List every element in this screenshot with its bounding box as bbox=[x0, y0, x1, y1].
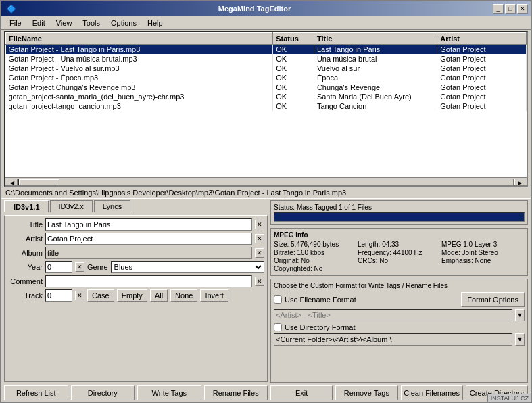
cell-title: Tango Cancion bbox=[314, 101, 437, 111]
tab-lyrics[interactable]: Lyrics bbox=[94, 200, 130, 212]
col-header-artist: Artist bbox=[437, 33, 527, 45]
comment-clear-button[interactable]: ✕ bbox=[255, 277, 264, 286]
progress-fill bbox=[274, 213, 524, 221]
main-window: 🔷 MegaMind TagEditor _ □ ✕ File Edit Vie… bbox=[0, 0, 532, 403]
horizontal-scrollbar[interactable]: ◀ ▶ bbox=[5, 177, 527, 187]
all-button[interactable]: All bbox=[150, 289, 168, 302]
artist-input[interactable] bbox=[45, 233, 252, 245]
album-clear-button[interactable]: ✕ bbox=[255, 248, 264, 258]
close-button[interactable]: ✕ bbox=[517, 4, 528, 14]
menu-options[interactable]: Options bbox=[105, 18, 142, 28]
use-directory-checkbox[interactable] bbox=[274, 323, 282, 331]
cell-title: Vuelvo al sur bbox=[314, 64, 437, 73]
cell-status: OK bbox=[273, 54, 314, 64]
title-row: Title ✕ bbox=[7, 218, 264, 231]
case-button[interactable]: Case bbox=[87, 289, 114, 302]
mpeg-crcs: CRCs: No bbox=[358, 257, 441, 264]
table-row[interactable]: Gotan Project - Vuelvo al sur.mp3 OK Vue… bbox=[6, 64, 527, 73]
format-options-button[interactable]: Format Options bbox=[461, 292, 525, 307]
artist-label: Artist bbox=[7, 235, 43, 243]
col-header-filename: FileName bbox=[6, 33, 273, 45]
title-input[interactable] bbox=[45, 218, 252, 231]
title-clear-button[interactable]: ✕ bbox=[255, 220, 264, 229]
bottom-action-buttons: Refresh List Directory Write Tags Rename… bbox=[4, 383, 268, 400]
directory-format-row: Use Directory Format bbox=[274, 323, 525, 331]
scroll-left-button[interactable]: ◀ bbox=[7, 179, 18, 187]
year-input[interactable] bbox=[45, 261, 72, 273]
exit-button[interactable]: Exit bbox=[270, 385, 333, 400]
mpeg-bitrate: Bitrate: 160 kbps bbox=[274, 249, 357, 256]
col-header-title: Title bbox=[314, 33, 437, 45]
cell-artist: Gotan Project bbox=[437, 54, 527, 64]
cell-artist: Gotan Project bbox=[437, 64, 527, 73]
scroll-right-button[interactable]: ▶ bbox=[514, 179, 525, 187]
rename-files-button[interactable]: Rename Files bbox=[204, 385, 268, 400]
cell-filename: Gotan Project - Una música brutal.mp3 bbox=[6, 54, 273, 64]
comment-row: Comment ✕ bbox=[7, 275, 264, 287]
directory-path-dropdown-button[interactable]: ▼ bbox=[515, 333, 525, 346]
scroll-thumb[interactable] bbox=[19, 179, 59, 187]
track-clear-button[interactable]: ✕ bbox=[75, 291, 84, 300]
write-tags-button[interactable]: Write Tags bbox=[137, 385, 201, 400]
cell-status: OK bbox=[273, 45, 314, 55]
clean-filenames-button[interactable]: Clean Filenames bbox=[401, 385, 463, 400]
table-row[interactable]: Gotan Project.Chunga's Revenge.mp3 OK Ch… bbox=[6, 82, 527, 92]
year-clear-button[interactable]: ✕ bbox=[75, 262, 84, 272]
none-button[interactable]: None bbox=[170, 289, 197, 302]
instaluj-watermark: INSTALUJ.CZ bbox=[487, 394, 532, 403]
use-directory-label: Use Directory Format bbox=[285, 323, 356, 331]
directory-button[interactable]: Directory bbox=[71, 385, 135, 400]
track-row: Track ✕ Case Empty All None Invert bbox=[7, 289, 264, 302]
cell-title: Una música brutal bbox=[314, 54, 437, 64]
table-row[interactable]: gotan_project-santa_maria_(del_buen_ayre… bbox=[6, 92, 527, 101]
table-row[interactable]: gotan_project-tango_cancion.mp3 OK Tango… bbox=[6, 101, 527, 111]
file-table: FileName Status Title Artist Gotan Proje… bbox=[5, 32, 527, 111]
genre-select[interactable]: Blues Classic Rock Country Jazz Pop Rock bbox=[111, 261, 264, 273]
cell-status: OK bbox=[273, 73, 314, 82]
invert-button[interactable]: Invert bbox=[200, 289, 228, 302]
directory-path-row: ▼ bbox=[274, 333, 525, 346]
remove-tags-button[interactable]: Remove Tags bbox=[335, 385, 397, 400]
menu-edit[interactable]: Edit bbox=[27, 18, 51, 28]
table-row[interactable]: Gotan Project - Época.mp3 OK Época Gotan… bbox=[6, 73, 527, 82]
cell-artist: Gotan Project bbox=[437, 73, 527, 82]
progress-bar bbox=[274, 212, 525, 222]
use-filename-checkbox[interactable] bbox=[274, 295, 282, 304]
album-input[interactable] bbox=[45, 247, 252, 259]
artist-title-input[interactable] bbox=[274, 309, 512, 321]
table-row[interactable]: Gotan Project - Last Tango in Paris.mp3 … bbox=[6, 45, 527, 55]
year-genre-row: Year ✕ Genre Blues Classic Rock Country … bbox=[7, 261, 264, 273]
menu-help[interactable]: Help bbox=[142, 18, 168, 28]
status-title: Status: Mass Tagged 1 of 1 Files bbox=[274, 204, 525, 211]
tabs: ID3v1.1 ID3v2.x Lyrics bbox=[4, 200, 268, 212]
menu-view[interactable]: View bbox=[51, 18, 78, 28]
format-box: Choose the Custom Format for Write Tags … bbox=[270, 279, 528, 383]
cell-status: OK bbox=[273, 92, 314, 101]
status-box: Status: Mass Tagged 1 of 1 Files bbox=[270, 200, 528, 225]
path-text: C:\Documents and Settings\Hipgnosis Deve… bbox=[5, 189, 346, 197]
format-box-title: Choose the Custom Format for Write Tags … bbox=[274, 282, 525, 289]
track-input[interactable] bbox=[45, 289, 72, 302]
table-row[interactable]: Gotan Project - Una música brutal.mp3 OK… bbox=[6, 54, 527, 64]
refresh-list-button[interactable]: Refresh List bbox=[4, 385, 68, 400]
cell-status: OK bbox=[273, 101, 314, 111]
menu-tools[interactable]: Tools bbox=[77, 18, 105, 28]
cell-artist: Gotan Project bbox=[437, 45, 527, 55]
maximize-button[interactable]: □ bbox=[505, 4, 516, 14]
artist-title-dropdown-button[interactable]: ▼ bbox=[515, 309, 525, 321]
mpeg-mode: Mode: Joint Stereo bbox=[441, 249, 525, 256]
minimize-button[interactable]: _ bbox=[493, 4, 504, 14]
directory-path-input[interactable] bbox=[274, 333, 512, 346]
comment-input[interactable] bbox=[45, 275, 252, 287]
artist-clear-button[interactable]: ✕ bbox=[255, 234, 264, 243]
empty-button[interactable]: Empty bbox=[117, 289, 147, 302]
titlebar: 🔷 MegaMind TagEditor _ □ ✕ bbox=[1, 1, 531, 16]
cell-artist: Gotan Project bbox=[437, 82, 527, 92]
mpeg-emphasis: Emphasis: None bbox=[441, 257, 525, 264]
tab-id3v11[interactable]: ID3v1.1 bbox=[4, 200, 49, 212]
tab-id3v2x[interactable]: ID3v2.x bbox=[50, 200, 93, 212]
cell-title: Chunga's Revenge bbox=[314, 82, 437, 92]
menu-file[interactable]: File bbox=[4, 18, 27, 28]
mpeg-info-box: MPEG Info Size: 5,476,490 bytes Length: … bbox=[270, 228, 528, 276]
mpeg-original: Original: No bbox=[274, 257, 357, 264]
